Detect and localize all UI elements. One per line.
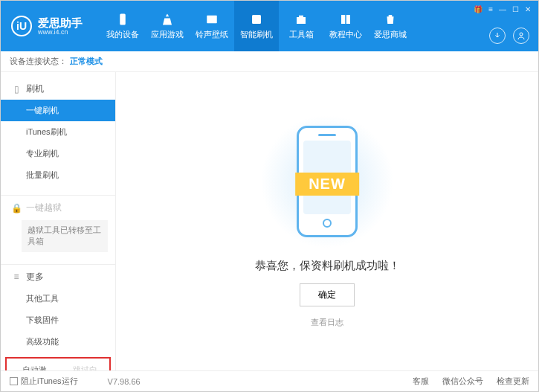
nav-ringtones[interactable]: 铃声壁纸	[190, 1, 234, 51]
list-icon: ≡	[11, 271, 22, 282]
checkbox-skip-guide[interactable]: 跳过向导	[62, 364, 105, 370]
svg-rect-1	[207, 15, 217, 23]
nav-shop[interactable]: 爱思商城	[368, 1, 413, 51]
user-button[interactable]	[513, 28, 529, 44]
menu-icon[interactable]: ≡	[488, 5, 493, 13]
nav-label: 教程中心	[329, 29, 362, 40]
checkbox-label: 阻止iTunes运行	[21, 376, 78, 387]
success-message: 恭喜您，保资料刷机成功啦！	[255, 259, 400, 273]
sidebar-group-more[interactable]: ≡ 更多	[1, 264, 115, 288]
checkbox-icon	[10, 377, 18, 385]
header-actions	[489, 28, 529, 44]
window-controls: 🎁 ≡ — ☐ ✕	[474, 5, 531, 13]
new-ribbon: NEW	[295, 173, 359, 196]
app-header: iU 爱思助手 www.i4.cn 我的设备 应用游戏 铃声壁纸 智能刷机	[1, 1, 538, 51]
nav-label: 应用游戏	[151, 29, 184, 40]
nav-apps[interactable]: 应用游戏	[145, 1, 190, 51]
version-label: V7.98.66	[108, 377, 141, 386]
app-url: www.i4.cn	[38, 28, 83, 36]
download-button[interactable]	[489, 28, 506, 44]
nav-flash[interactable]: 智能刷机	[234, 1, 279, 51]
footer-update[interactable]: 检查更新	[497, 376, 529, 387]
sidebar-item-itunes-flash[interactable]: iTunes刷机	[1, 121, 115, 143]
nav-label: 工具箱	[289, 29, 314, 40]
toolbox-icon	[294, 13, 308, 26]
sidebar-item-oneclick-flash[interactable]: 一键刷机	[1, 100, 115, 121]
checkbox-block-itunes[interactable]: 阻止iTunes运行	[10, 376, 78, 387]
nav-toolbox[interactable]: 工具箱	[279, 1, 323, 51]
status-label: 设备连接状态：	[10, 56, 67, 67]
flash-icon	[250, 13, 263, 26]
app-name: 爱思助手	[38, 17, 83, 28]
shop-icon	[384, 13, 397, 26]
top-nav: 我的设备 应用游戏 铃声壁纸 智能刷机 工具箱 教程中心	[100, 1, 413, 51]
success-illustration: NEW	[260, 115, 394, 248]
book-icon	[339, 13, 352, 26]
group-title: 更多	[26, 271, 44, 283]
sidebar-item-download-firmware[interactable]: 下载固件	[1, 309, 115, 331]
checkbox-label: 跳过向导	[73, 364, 105, 370]
gift-icon[interactable]: 🎁	[474, 5, 482, 13]
svg-point-3	[520, 33, 523, 36]
nav-my-device[interactable]: 我的设备	[100, 1, 145, 51]
main-panel: NEW 恭喜您，保资料刷机成功啦！ 确定 查看日志	[116, 72, 538, 370]
group-title: 刷机	[26, 83, 44, 95]
sidebar-group-jailbreak[interactable]: 🔒 一键越狱	[1, 195, 115, 219]
jailbreak-notice: 越狱工具已转移至工具箱	[22, 220, 108, 252]
app-icon	[161, 13, 174, 26]
svg-rect-2	[252, 15, 261, 24]
checkbox-auto-activate[interactable]: 自动激活	[11, 364, 54, 370]
maximize-button[interactable]: ☐	[512, 5, 519, 13]
nav-tutorials[interactable]: 教程中心	[323, 1, 368, 51]
nav-label: 我的设备	[106, 29, 139, 40]
svg-rect-0	[120, 13, 126, 25]
nav-label: 铃声壁纸	[196, 29, 228, 40]
status-bar: 设备连接状态： 正常模式	[1, 51, 538, 72]
nav-label: 智能刷机	[240, 29, 273, 40]
image-icon	[205, 13, 219, 26]
logo: iU 爱思助手 www.i4.cn	[11, 16, 83, 36]
footer-wechat[interactable]: 微信公众号	[442, 376, 483, 387]
view-log-link[interactable]: 查看日志	[311, 317, 343, 328]
footer-support[interactable]: 客服	[413, 376, 429, 387]
status-mode: 正常模式	[70, 56, 103, 67]
ok-button[interactable]: 确定	[300, 283, 355, 306]
checkbox-label: 自动激活	[22, 364, 54, 370]
phone-icon: ▯	[11, 84, 22, 94]
sidebar-item-batch-flash[interactable]: 批量刷机	[1, 164, 115, 186]
group-title: 一键越狱	[26, 202, 62, 214]
close-button[interactable]: ✕	[525, 5, 531, 13]
nav-label: 爱思商城	[374, 29, 407, 40]
sidebar-group-flash[interactable]: ▯ 刷机	[1, 78, 115, 100]
sidebar: ▯ 刷机 一键刷机 iTunes刷机 专业刷机 批量刷机 🔒 一键越狱 越狱工具…	[1, 72, 116, 370]
sidebar-item-pro-flash[interactable]: 专业刷机	[1, 143, 115, 164]
phone-icon	[116, 13, 129, 26]
lock-icon: 🔒	[11, 203, 22, 213]
footer: 阻止iTunes运行 V7.98.66 客服 微信公众号 检查更新	[1, 370, 538, 391]
logo-icon: iU	[11, 16, 32, 36]
sidebar-item-advanced[interactable]: 高级功能	[1, 331, 115, 353]
sidebar-options-highlight: 自动激活 跳过向导	[5, 357, 111, 370]
sidebar-item-other-tools[interactable]: 其他工具	[1, 288, 115, 309]
minimize-button[interactable]: —	[499, 5, 506, 13]
